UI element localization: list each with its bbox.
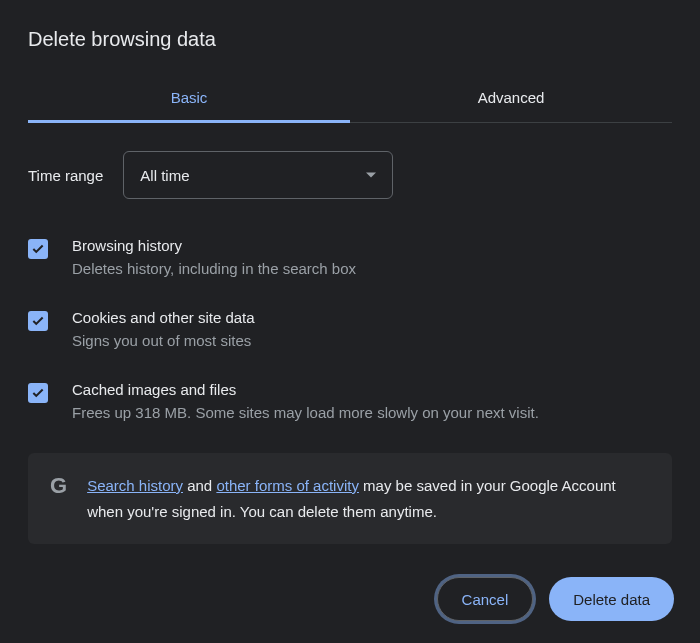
tab-basic[interactable]: Basic <box>28 77 350 123</box>
tabbar: Basic Advanced <box>28 77 672 123</box>
time-range-select[interactable]: All time <box>123 151 393 199</box>
tab-advanced[interactable]: Advanced <box>350 77 672 122</box>
delete-data-button[interactable]: Delete data <box>549 577 674 621</box>
time-range-label: Time range <box>28 167 103 184</box>
time-range-row: Time range All time <box>28 151 672 199</box>
link-other-activity[interactable]: other forms of activity <box>216 477 359 494</box>
option-browsing-history: Browsing history Deletes history, includ… <box>28 237 672 277</box>
delete-browsing-data-dialog: Delete browsing data Basic Advanced Time… <box>0 0 700 544</box>
option-desc: Signs you out of most sites <box>72 332 672 349</box>
google-icon: G <box>50 475 67 497</box>
check-icon <box>31 386 45 400</box>
option-text: Browsing history Deletes history, includ… <box>72 237 672 277</box>
check-icon <box>31 242 45 256</box>
info-mid: and <box>183 477 216 494</box>
checkbox-cache[interactable] <box>28 383 48 403</box>
cancel-button[interactable]: Cancel <box>437 577 534 621</box>
check-icon <box>31 314 45 328</box>
time-range-selected: All time <box>140 167 189 184</box>
option-title: Browsing history <box>72 237 672 254</box>
option-cache: Cached images and files Frees up 318 MB.… <box>28 381 672 421</box>
option-cookies: Cookies and other site data Signs you ou… <box>28 309 672 349</box>
info-text: Search history and other forms of activi… <box>87 473 650 524</box>
option-desc: Deletes history, including in the search… <box>72 260 672 277</box>
link-search-history[interactable]: Search history <box>87 477 183 494</box>
checkbox-cookies[interactable] <box>28 311 48 331</box>
option-text: Cookies and other site data Signs you ou… <box>72 309 672 349</box>
chevron-down-icon <box>366 173 376 178</box>
option-title: Cached images and files <box>72 381 672 398</box>
option-desc: Frees up 318 MB. Some sites may load mor… <box>72 404 672 421</box>
dialog-title: Delete browsing data <box>28 28 672 51</box>
dialog-body: Time range All time Browsing history Del… <box>28 123 672 544</box>
option-title: Cookies and other site data <box>72 309 672 326</box>
google-account-info: G Search history and other forms of acti… <box>28 453 672 544</box>
dialog-actions: Cancel Delete data <box>437 577 674 621</box>
option-text: Cached images and files Frees up 318 MB.… <box>72 381 672 421</box>
checkbox-browsing-history[interactable] <box>28 239 48 259</box>
